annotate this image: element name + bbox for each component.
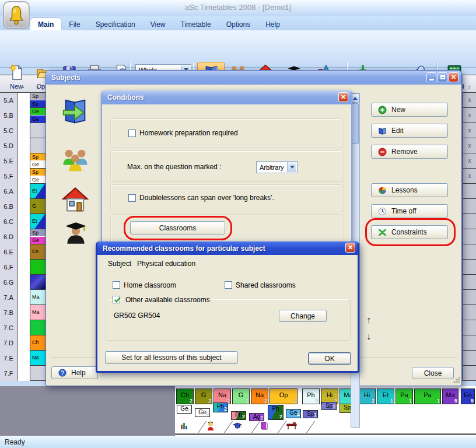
max-question-dropdown[interactable]: Arbitrary <box>256 161 298 173</box>
tab-statistics-chart-icon[interactable] <box>180 421 189 433</box>
lesson-tile[interactable]: Na2 <box>251 388 268 404</box>
lesson-cell[interactable]: Et <box>30 214 47 229</box>
menu-tab-view[interactable]: View <box>143 18 173 30</box>
close-recommended-button[interactable]: ✕ <box>345 243 355 253</box>
lesson-cell[interactable]: Sp <box>30 153 47 160</box>
grid-slot-empty[interactable] <box>18 93 30 108</box>
grid-slot-empty[interactable] <box>18 229 30 244</box>
grid-slot[interactable] <box>463 214 476 229</box>
remove-subject-button[interactable]: Remove <box>371 145 448 159</box>
help-button[interactable]: Help <box>51 366 98 379</box>
lesson-tile[interactable]: Ph2 <box>213 402 228 412</box>
lesson-tile[interactable]: Ph2 <box>268 405 284 420</box>
grid-slot-empty[interactable] <box>18 199 30 214</box>
move-down-arrow[interactable]: ↓ <box>366 331 371 342</box>
new-button[interactable]: New <box>5 63 28 90</box>
lesson-tile[interactable]: Ge1 <box>195 408 210 417</box>
new-subject-button[interactable]: New <box>371 103 448 117</box>
tab-classes-pupil-icon[interactable] <box>206 421 215 433</box>
time-off-button[interactable]: Time off <box>371 204 448 218</box>
subjects-section-icon[interactable] <box>59 95 90 130</box>
menu-tab-help[interactable]: Help <box>258 18 288 30</box>
homework-checkbox[interactable] <box>128 130 136 137</box>
maximize-button[interactable] <box>438 72 447 82</box>
move-up-arrow[interactable]: ↑ <box>366 315 371 326</box>
lesson-tile[interactable]: Ch2 <box>176 388 194 404</box>
lesson-cell[interactable]: Sp <box>30 229 47 236</box>
grid-slot-empty[interactable] <box>18 123 30 138</box>
grid-slot[interactable] <box>463 184 476 199</box>
lesson-tile[interactable]: Sp1 <box>303 410 318 418</box>
subjects-dialog-titlebar[interactable]: Subjects <box>46 71 461 85</box>
grid-slot[interactable] <box>463 275 476 290</box>
grid-slot-empty[interactable] <box>18 335 30 351</box>
lesson-cell[interactable]: Sp <box>30 169 47 176</box>
lesson-tile[interactable]: Hi2 <box>358 388 376 404</box>
grid-slot-empty[interactable] <box>18 320 30 335</box>
lesson-cell[interactable]: Sp <box>30 93 47 100</box>
lesson-tile[interactable]: Ge1 <box>177 405 192 414</box>
lesson-tile[interactable]: Ag2 <box>249 413 264 421</box>
app-logo-bell-icon[interactable] <box>3 1 30 29</box>
lesson-cell[interactable]: Ge <box>30 176 47 183</box>
grid-slot[interactable]: x <box>463 93 476 108</box>
classrooms-section-icon[interactable] <box>60 185 90 218</box>
lesson-tile[interactable]: Ma5 <box>442 388 459 404</box>
lesson-cell[interactable]: Ch <box>30 335 47 350</box>
grid-slot[interactable]: x <box>463 123 476 138</box>
grid-slot-empty[interactable] <box>18 305 30 320</box>
lesson-tile[interactable]: Ge4 <box>286 409 301 418</box>
change-button[interactable]: Change <box>279 310 327 322</box>
grid-slot-empty[interactable] <box>18 169 30 184</box>
close-conditions-button[interactable]: ✕ <box>338 92 348 102</box>
close-button[interactable]: Close <box>412 367 454 379</box>
set-all-lessons-button[interactable]: Set for all lessons of this subject <box>105 351 238 364</box>
grid-slot-empty[interactable] <box>18 351 30 366</box>
lesson-cell[interactable] <box>30 260 47 274</box>
grid-slot-empty[interactable] <box>18 138 30 153</box>
tab-classrooms-desk-icon[interactable] <box>286 421 298 433</box>
grid-slot[interactable]: x <box>463 138 476 153</box>
grid-slot[interactable] <box>463 351 476 366</box>
grid-slot-empty[interactable] <box>18 290 30 305</box>
grid-slot-empty[interactable] <box>18 244 30 260</box>
lesson-tile[interactable]: En5 <box>461 388 475 404</box>
scrollbar-thumb[interactable] <box>352 103 359 144</box>
grid-slot[interactable]: x <box>463 108 476 123</box>
lesson-tile[interactable]: Sp1 <box>321 402 337 410</box>
lesson-cell[interactable] <box>30 320 47 335</box>
lesson-cell[interactable]: Na <box>30 351 47 365</box>
tab-subjects-book-icon[interactable] <box>260 421 269 433</box>
lesson-tile[interactable]: Ph2 <box>231 411 246 420</box>
grid-slot[interactable] <box>463 320 476 335</box>
lesson-tile[interactable]: Na2 <box>214 388 231 404</box>
lesson-cell[interactable]: Sp <box>30 100 47 107</box>
teachers-section-icon[interactable] <box>61 218 90 250</box>
grid-slot[interactable] <box>463 199 476 214</box>
grid-slot[interactable]: x <box>463 153 476 169</box>
lesson-tile[interactable]: G2 <box>195 388 212 404</box>
grid-slot-empty[interactable] <box>18 153 30 169</box>
lesson-cell[interactable]: Ge <box>30 237 47 244</box>
grid-slot-empty[interactable] <box>18 260 30 275</box>
grid-slot[interactable] <box>463 290 476 305</box>
doublelessons-checkbox[interactable] <box>128 194 136 202</box>
lesson-tile[interactable]: Op1 <box>270 388 298 404</box>
close-window-button[interactable]: ✕ <box>449 72 459 82</box>
minimize-button[interactable] <box>426 72 436 82</box>
grid-slot-empty[interactable] <box>18 275 30 290</box>
tab-teachers-cap-icon[interactable] <box>232 421 243 433</box>
grid-slot[interactable] <box>463 244 476 260</box>
grid-slot[interactable] <box>463 366 476 381</box>
lesson-cell[interactable]: En <box>30 244 47 259</box>
grid-slot[interactable] <box>463 335 476 351</box>
conditions-dialog-titlebar[interactable]: Conditions <box>102 90 351 104</box>
chevron-down-icon[interactable] <box>287 162 296 172</box>
grid-slot-empty[interactable] <box>18 108 30 123</box>
ok-button[interactable]: OK <box>308 352 351 365</box>
other-classrooms-checkbox[interactable] <box>113 296 120 303</box>
menu-tab-timetable[interactable]: Timetable <box>173 18 219 30</box>
grid-slot[interactable] <box>463 229 476 244</box>
lesson-cell[interactable] <box>30 275 47 289</box>
lesson-cell[interactable]: Ge <box>30 116 47 123</box>
